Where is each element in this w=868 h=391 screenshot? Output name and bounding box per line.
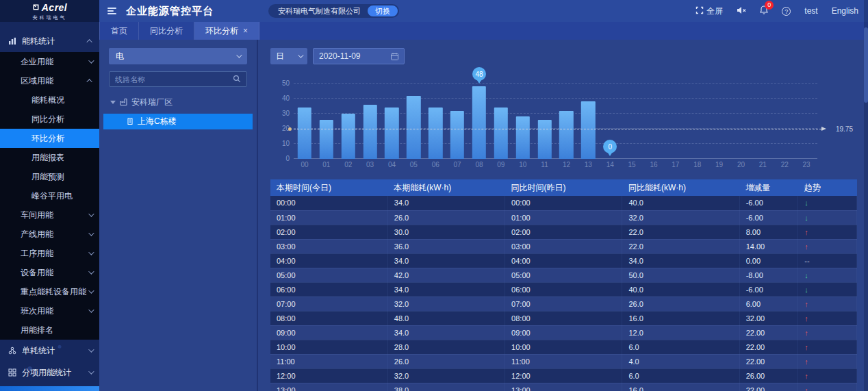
x-tick-label: 19 xyxy=(709,161,730,168)
sidebar-item-9[interactable]: 车间用能 xyxy=(0,205,99,225)
y-tick-label: 0 xyxy=(273,155,290,162)
table-cell: 42.0 xyxy=(387,268,505,282)
table-cell: ↓ xyxy=(798,210,857,225)
trend-up-icon: ↑ xyxy=(804,386,808,391)
acrel-logo-icon xyxy=(32,1,40,14)
tab-2-active[interactable]: 环比分析× xyxy=(194,22,259,40)
chart-bar-04 xyxy=(385,108,398,159)
menu-fold-icon[interactable] xyxy=(107,8,116,14)
sidebar-item-17[interactable]: 分项用能统计 xyxy=(0,362,99,383)
energy-type-select[interactable]: 电 xyxy=(109,48,247,64)
mute-button[interactable] xyxy=(737,6,746,16)
bar-slot-07 xyxy=(446,84,468,159)
notifications-button[interactable]: 0 xyxy=(760,5,768,16)
tab-0[interactable]: 首页 xyxy=(99,22,139,40)
app-window: Acrel 安科瑞电气 企业能源管控平台 安科瑞电气制造有限公司 切换 全屏 xyxy=(0,0,868,391)
trend-up-icon: ↑ xyxy=(804,329,808,337)
sidebar-item-0[interactable]: 能耗统计 xyxy=(0,30,99,52)
top-header: Acrel 安科瑞电气 企业能源管控平台 安科瑞电气制造有限公司 切换 全屏 xyxy=(0,0,868,22)
sidebar-item-5-active[interactable]: 环比分析 xyxy=(0,129,99,148)
x-tick-label: 23 xyxy=(795,161,817,168)
bar-slot-21 xyxy=(752,84,774,159)
close-icon[interactable]: × xyxy=(243,27,248,35)
table-cell: 4.0 xyxy=(622,354,739,368)
sidebar-item-label: 班次用能 xyxy=(21,305,88,317)
x-tick-label: 02 xyxy=(337,161,359,168)
period-select[interactable]: 日 xyxy=(270,48,307,64)
table-row: 06:0034.006:0040.0-6.00↓ xyxy=(270,282,857,297)
table-cell: 36.0 xyxy=(387,239,505,253)
chevron-down-icon xyxy=(298,52,303,58)
fullscreen-button[interactable]: 全屏 xyxy=(695,5,723,17)
chart-bar-08 xyxy=(472,86,486,159)
table-cell: 48.0 xyxy=(387,311,505,325)
tree-root-label: 安科瑞厂区 xyxy=(131,97,173,108)
sidebar-item-16[interactable]: 单耗统计 xyxy=(0,340,99,362)
tab-bar: 首页同比分析环比分析× xyxy=(99,22,868,40)
table-cell: 05:00 xyxy=(270,268,387,282)
table-cell: 09:00 xyxy=(270,325,387,340)
bar-slot-03 xyxy=(359,84,381,159)
table-row: 08:0048.008:0016.032.00↑ xyxy=(270,311,857,325)
bar-slot-08 xyxy=(468,84,490,159)
grid-icon xyxy=(8,368,16,377)
language-switch[interactable]: English xyxy=(832,6,858,16)
sidebar-item-label: 车间用能 xyxy=(21,210,88,221)
sidebar-item-11[interactable]: 工序用能 xyxy=(0,244,99,263)
bar-slot-04 xyxy=(381,84,403,159)
tab-1[interactable]: 同比分析 xyxy=(139,22,194,40)
sidebar-item-10[interactable]: 产线用能 xyxy=(0,225,99,244)
sidebar-item-14[interactable]: 班次用能 xyxy=(0,301,99,320)
sidebar-item-1[interactable]: 企业用能 xyxy=(0,52,99,71)
bar-slot-19 xyxy=(709,84,730,159)
date-picker[interactable]: 2020-11-09 xyxy=(313,48,405,64)
help-button[interactable]: ? xyxy=(782,7,791,16)
tree-node-factory[interactable]: 安科瑞厂区 xyxy=(110,97,247,108)
table-cell: ↑ xyxy=(798,311,857,325)
bar-slot-00 xyxy=(294,84,316,159)
sidebar-item-7[interactable]: 用能预测 xyxy=(0,167,99,186)
x-tick-label: 15 xyxy=(621,161,643,168)
table-cell: 32.00 xyxy=(739,311,798,325)
period-value: 日 xyxy=(276,51,284,62)
sidebar-item-15[interactable]: 用能排名 xyxy=(0,320,99,340)
table-cell: 09:00 xyxy=(505,325,622,340)
chevron-down-icon xyxy=(88,288,94,293)
chevron-down-icon xyxy=(88,346,94,352)
table-cell: 50.0 xyxy=(622,268,739,282)
scrollbar-track[interactable] xyxy=(864,0,868,391)
table-cell: 02:00 xyxy=(505,225,622,239)
sidebar-item-8[interactable]: 峰谷平用电 xyxy=(0,186,99,205)
chart-bar-01 xyxy=(320,120,333,159)
trend-up-icon: ↑ xyxy=(804,357,808,366)
sidebar-item-6[interactable]: 用能报表 xyxy=(0,148,99,167)
scrollbar-thumb[interactable] xyxy=(864,27,868,103)
sidebar-item-partial[interactable] xyxy=(0,386,99,391)
brand-subtitle: 安科瑞电气 xyxy=(33,14,67,21)
search-input[interactable] xyxy=(115,75,233,84)
device-tree-panel: 电 安科瑞厂区 xyxy=(99,40,258,391)
table-cell: 0.00 xyxy=(739,253,798,268)
energy-type-value: 电 xyxy=(116,51,124,62)
table-cell: 32.0 xyxy=(387,297,505,311)
sidebar-item-13[interactable]: 重点能耗设备用能 xyxy=(0,282,99,301)
sidebar-item-3[interactable]: 能耗概况 xyxy=(0,90,99,110)
sidebar-item-4[interactable]: 同比分析 xyxy=(0,110,99,129)
tree-node-building-selected[interactable]: 上海C栋楼 xyxy=(103,114,253,129)
table-cell: ↑ xyxy=(798,297,857,311)
tab-label: 首页 xyxy=(111,25,127,37)
mute-icon xyxy=(737,6,746,16)
sidebar-item-12[interactable]: 设备用能 xyxy=(0,263,99,282)
table-cell: -6.00 xyxy=(739,282,798,297)
sidebar-item-2[interactable]: 区域用能 xyxy=(0,71,99,90)
table-cell: 06:00 xyxy=(505,282,622,297)
table-row: 05:0042.005:0050.0-8.00↓ xyxy=(270,268,857,282)
table-cell: 12:00 xyxy=(270,368,387,383)
table-cell: 08:00 xyxy=(270,311,387,325)
user-menu[interactable]: test xyxy=(804,6,817,16)
main-panel: 日 2020-11-09 0102030405019.75480 0001020… xyxy=(258,40,868,391)
switch-company-button[interactable]: 切换 xyxy=(368,5,398,16)
table-row: 11:0026.011:004.022.00↑ xyxy=(270,354,857,368)
table-cell: 05:00 xyxy=(505,268,622,282)
table-cell: ↑ xyxy=(798,383,857,391)
